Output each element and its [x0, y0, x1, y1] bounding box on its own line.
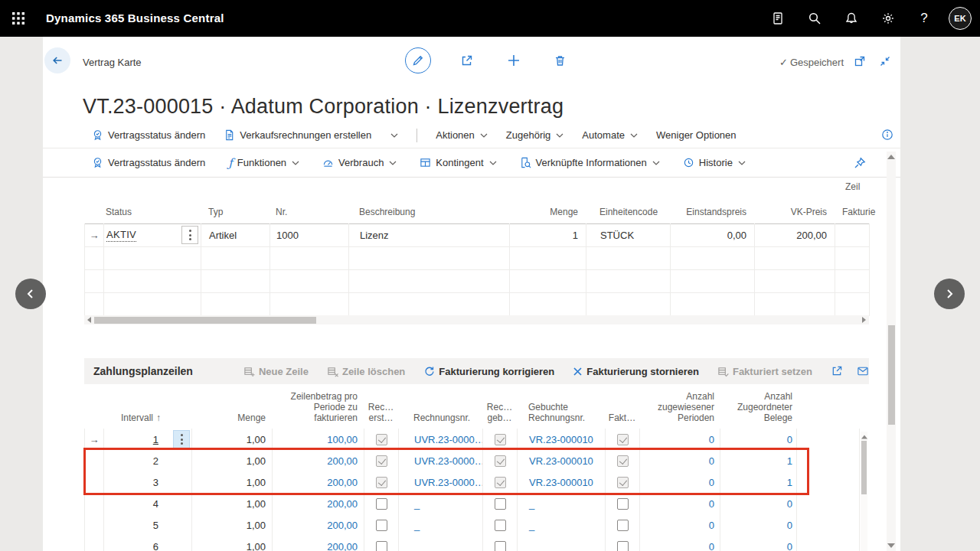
cell-status[interactable]: AKTIV [104, 223, 201, 246]
notifications-bell-icon[interactable] [833, 0, 870, 37]
cell-empty[interactable] [671, 269, 755, 292]
cell-empty[interactable] [755, 269, 835, 292]
cell-anzahl-perioden[interactable]: 0 [640, 514, 720, 536]
cell-zeilenbetrag[interactable]: 200,00 [273, 536, 364, 551]
fakturiert-checkbox[interactable] [617, 434, 629, 445]
column-header-intervall[interactable]: Intervall↑ [103, 384, 191, 429]
rechnung-erstellt-checkbox[interactable] [376, 434, 387, 445]
page-scrollbar[interactable] [887, 152, 896, 551]
scroll-down-arrow-icon[interactable] [887, 542, 895, 549]
cell-menge[interactable]: 1,00 [192, 471, 273, 493]
rechnung-gebucht-checkbox[interactable] [495, 455, 506, 467]
action-vertragsstatus-aendern[interactable]: Vertragsstatus ändern [92, 129, 205, 141]
cell-intervall[interactable]: 1 [104, 429, 192, 450]
open-in-new-window-icon[interactable] [852, 54, 867, 69]
horizontal-scrollbar-thumb[interactable] [94, 317, 316, 324]
column-header-fakturie[interactable]: Fakturie [835, 194, 869, 223]
column-header-anzahl-belege[interactable]: AnzahlZugeordneterBelege [720, 384, 796, 429]
cell-menge[interactable]: 1,00 [192, 514, 273, 536]
rechnung-gebucht-checkbox[interactable] [495, 498, 506, 510]
rechnung-erstellt-checkbox[interactable] [376, 455, 387, 467]
menu-verknuepfte-informationen[interactable]: Verknüpfte Informationen [520, 157, 660, 168]
cell-gebuchte-rechnungsnr[interactable]: VR.23-000010 [518, 429, 606, 450]
cell-anzahl-perioden[interactable]: 0 [640, 536, 720, 551]
cell-empty[interactable] [201, 269, 270, 292]
cell-intervall[interactable]: 4 [104, 493, 192, 514]
cell-gebuchte-rechnungsnr[interactable]: VR.23-000010 [518, 450, 606, 471]
cell-empty[interactable] [349, 269, 510, 292]
cell-intervall[interactable]: 5 [104, 514, 192, 536]
menu-aktionen[interactable]: Aktionen [436, 129, 488, 141]
fakturiert-checkbox[interactable] [617, 455, 629, 467]
app-launcher-icon[interactable] [0, 0, 37, 37]
delete-trash-icon[interactable] [551, 52, 568, 69]
cell-menge[interactable]: 1,00 [192, 493, 273, 514]
cell-intervall[interactable]: 6 [104, 536, 192, 551]
menu-funktionen[interactable]: ƒ Funktionen [228, 157, 299, 168]
cell-intervall[interactable]: 3 [104, 471, 192, 493]
part-scrollbar-thumb[interactable] [861, 441, 867, 494]
cell-empty[interactable] [835, 246, 870, 269]
edit-pencil-icon[interactable] [405, 47, 431, 73]
cell-intervall[interactable]: 2 [104, 450, 192, 471]
cell-anzahl-belege[interactable]: 0 [720, 536, 797, 551]
column-header-menge[interactable]: Menge [509, 194, 586, 223]
cell-rechnungsnr[interactable]: _ [399, 536, 483, 551]
cell-anzahl-perioden[interactable]: 0 [640, 429, 720, 450]
cell-empty[interactable] [201, 292, 270, 315]
cell-anzahl-perioden[interactable]: 0 [640, 450, 720, 471]
cell-empty[interactable] [349, 246, 510, 269]
fakturiert-checkbox[interactable] [617, 498, 629, 510]
cell-zeilenbetrag[interactable]: 200,00 [273, 450, 364, 471]
fakturiert-checkbox[interactable] [617, 541, 629, 551]
cell-nr[interactable]: 1000 [270, 223, 349, 246]
menu-kontingent[interactable]: Kontingent [420, 157, 496, 168]
cell-empty[interactable] [270, 246, 349, 269]
column-header-einstandspreis[interactable]: Einstandspreis [670, 194, 754, 223]
row-menu-icon[interactable] [181, 226, 198, 244]
cell-menge[interactable]: 1 [510, 223, 586, 246]
cell-empty[interactable] [586, 269, 671, 292]
cell-empty[interactable] [510, 246, 586, 269]
action-vertragsstatus-aendern-2[interactable]: Vertragsstatus ändern [92, 157, 205, 168]
correct-invoicing-button[interactable]: Fakturierung korrigieren [423, 366, 554, 377]
cell-empty[interactable] [755, 292, 835, 315]
cell-vk-preis[interactable]: 200,00 [755, 223, 835, 246]
next-record-button[interactable] [934, 279, 965, 309]
rechnung-erstellt-checkbox[interactable] [376, 520, 387, 531]
column-header-rechnung-erstellt[interactable]: Rec…erst… [364, 384, 398, 429]
column-header-nr[interactable]: Nr. [270, 194, 348, 223]
cell-empty[interactable] [586, 292, 671, 315]
cell-empty[interactable] [104, 269, 201, 292]
menu-verbrauch[interactable]: Verbrauch [322, 157, 397, 168]
page-scrollbar-thumb[interactable] [888, 325, 895, 425]
column-header-rechnungsnr[interactable]: Rechnungsnr. [398, 384, 482, 429]
rechnung-gebucht-checkbox[interactable] [495, 520, 506, 531]
cell-typ[interactable]: Artikel [201, 223, 270, 246]
part-scrollbar[interactable] [861, 432, 867, 551]
delete-line-button[interactable]: Zeile löschen [327, 366, 405, 377]
column-header-einheitencode[interactable]: Einheitencode [586, 194, 670, 223]
fakturiert-checkbox[interactable] [617, 520, 629, 531]
cell-zeilenbetrag[interactable]: 200,00 [273, 514, 364, 536]
help-icon[interactable]: ? [906, 0, 942, 37]
cell-einstandspreis[interactable]: 0,00 [671, 223, 755, 246]
rechnung-erstellt-checkbox[interactable] [376, 541, 387, 551]
scroll-left-arrow-icon[interactable] [84, 315, 94, 324]
rechnung-gebucht-checkbox[interactable] [495, 541, 506, 551]
status-value[interactable]: AKTIV [106, 229, 136, 242]
cell-empty[interactable] [104, 292, 201, 315]
rechnung-erstellt-checkbox[interactable] [376, 477, 387, 488]
previous-record-button[interactable] [15, 279, 46, 309]
rechnung-gebucht-checkbox[interactable] [495, 434, 506, 445]
menu-automate[interactable]: Automate [582, 129, 638, 141]
cell-empty[interactable] [671, 292, 755, 315]
column-header-anzahl-perioden[interactable]: AnzahlzugewiesenerPerioden [639, 384, 720, 429]
pin-icon[interactable] [853, 156, 867, 170]
menu-historie[interactable]: Historie [683, 157, 746, 168]
column-header-zeilenbetrag[interactable]: Zeilenbetrag proPeriode zufakturieren [272, 384, 364, 429]
cell-rechnungsnr[interactable]: UVR.23-0000… [399, 471, 483, 493]
settings-gear-icon[interactable] [870, 0, 906, 37]
cell-rechnungsnr[interactable]: _ [399, 493, 483, 514]
cell-zeilenbetrag[interactable]: 200,00 [273, 471, 364, 493]
